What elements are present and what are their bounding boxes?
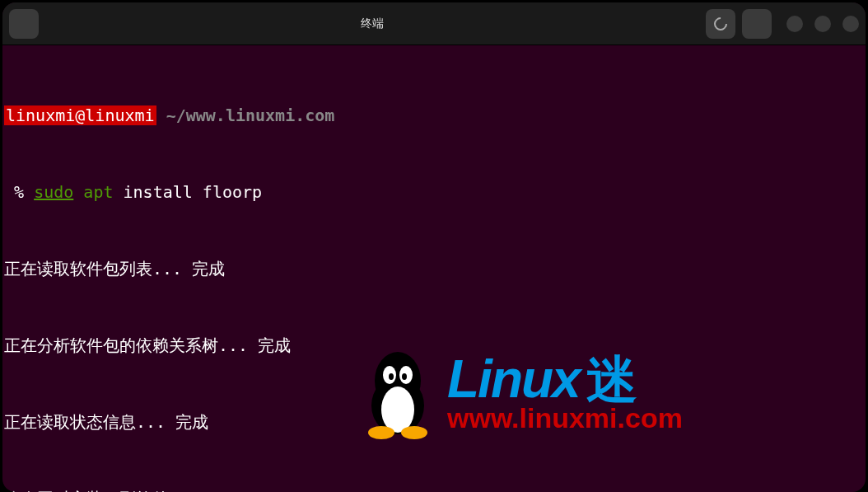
output-line: 正在分析软件包的依赖关系树... 完成 [2,333,866,358]
output-line: 将会同时安装下列软件： [2,486,866,492]
search-button[interactable] [706,9,735,39]
cmd-apt: apt [73,182,113,202]
menu-button[interactable] [742,9,772,39]
search-icon [712,14,730,33]
cmd-sudo: sudo [34,182,73,202]
maximize-button[interactable] [814,16,831,32]
prompt-line: linuxmi@linuxmi ~/www.linuxmi.com [2,103,866,129]
cwd-path: ~/www.linuxmi.com [156,105,335,125]
prompt-symbol: % [4,182,34,202]
user-host: linuxmi@linuxmi [4,105,156,125]
minimize-button[interactable] [786,16,803,32]
window-controls [786,16,859,32]
terminal-window: 终端 linuxmi@linuxmi ~/www.linuxmi.com % s… [2,2,866,492]
command-line: % sudo apt install floorp [2,180,866,205]
output-line: 正在读取状态信息... 完成 [2,410,866,435]
window-title: 终端 [39,16,706,31]
new-tab-button[interactable] [9,9,39,39]
terminal-content[interactable]: linuxmi@linuxmi ~/www.linuxmi.com % sudo… [2,45,866,492]
titlebar-right [706,9,859,39]
titlebar: 终端 [2,2,866,45]
output-line: 正在读取软件包列表... 完成 [2,256,866,282]
cmd-rest: install floorp [113,182,262,202]
close-button[interactable] [842,16,859,32]
titlebar-left [9,9,39,39]
